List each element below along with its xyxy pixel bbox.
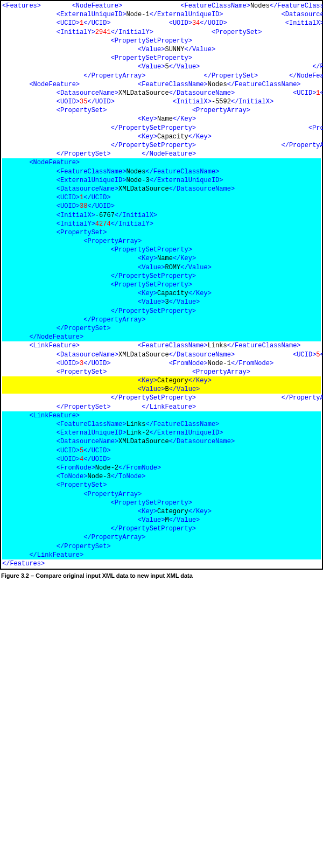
code-line: </PropertyArray>: [200, 142, 323, 149]
code-line: <Key>Name</Key>: [196, 37, 323, 45]
code-line: </Features>: [2, 560, 45, 568]
code-line: <ExternalUniqueID>Node-3</ExternalUnique…: [2, 176, 321, 185]
code-line: </PropertySetProperty>: [203, 63, 323, 71]
code-line: <LinkFeature>: [2, 342, 80, 349]
code-line: </NodeFeature>: [262, 72, 323, 80]
code-line: <LinkFeature>: [2, 411, 321, 420]
code-line: <Key>Category</Key>: [2, 376, 321, 385]
code-line: <DatasourceName>XMLDataSource</Datasourc…: [2, 351, 235, 359]
code-line: </PropertySet>: [2, 324, 321, 333]
code-line: </PropertySet>: [2, 542, 321, 551]
xml-code-block: <Features> <NodeFeature> <FeatureClassNa…: [0, 0, 323, 570]
code-line: <PropertyArray>: [266, 29, 323, 36]
code-line: <UOID>38</UOID>: [2, 202, 321, 211]
code-line: <PropertyArray>: [111, 368, 250, 376]
code-line: </PropertySetProperty>: [2, 524, 321, 533]
code-line: <ToNode>Node-3</ToNode>: [2, 472, 321, 481]
code-line: <InitialY>4128</InitialY>: [277, 98, 323, 106]
code-line: </PropertySetProperty>: [219, 46, 323, 53]
code-line: <UCID>5</UCID>: [2, 446, 321, 455]
code-line: <PropertyArray>: [2, 490, 321, 499]
code-line: <Value>M</Value>: [2, 516, 321, 524]
figure-caption: Figure 3.2 – Compare original input XML …: [0, 570, 323, 582]
code-line: <PropertySet>: [2, 368, 107, 376]
code-line: <ExternalUniqueID>Link-1</ExternalUnique…: [305, 342, 323, 349]
code-line: <InitialX>-5592</InitialX>: [118, 98, 273, 106]
code-line: <ExternalUniqueID>Node-1</ExternalUnique…: [2, 11, 223, 18]
code-line: </PropertyArray>: [2, 533, 321, 542]
code-line: </PropertyArray>: [2, 316, 321, 324]
code-line: </PropertySetProperty>: [2, 124, 196, 132]
code-line: </LinkFeature>: [115, 403, 196, 411]
code-line: <PropertySetProperty>: [2, 281, 321, 289]
code-line: <UOID>3</UOID>: [2, 360, 111, 367]
code-line: <Key>Category</Key>: [2, 507, 321, 516]
code-line: <FeatureClassName>Nodes</FeatureClassNam…: [83, 81, 300, 88]
code-line: </PropertySetProperty>: [2, 272, 321, 281]
code-line: <PropertySetProperty>: [2, 54, 192, 62]
code-line: </PropertySetProperty>: [2, 142, 196, 149]
code-line: </PropertyArray>: [200, 394, 323, 402]
code-line: <Key>Capacity</Key>: [2, 289, 321, 298]
code-line: <DatasourceName>XMLDataSource</Datasourc…: [2, 185, 321, 193]
code-line: <PropertySet>: [2, 228, 321, 237]
code-line: <ExternalUniqueID>Link-2</ExternalUnique…: [2, 429, 321, 437]
code-line: <ToNode>Node-2</ToNode>: [277, 360, 323, 367]
code-line: <PropertySetProperty>: [254, 107, 323, 114]
code-line: </PropertyArray>: [2, 72, 145, 80]
code-line: <UCID>1</UCID>: [2, 193, 321, 202]
code-line: <InitialX>-6767</InitialX>: [2, 211, 321, 220]
code-line: <PropertyArray>: [111, 107, 250, 114]
code-line: </PropertySet>: [150, 72, 258, 80]
code-line: <PropertySetProperty>: [254, 368, 323, 376]
code-line: <PropertyArray>: [2, 237, 321, 246]
code-line: <NodeFeature>: [2, 81, 80, 88]
code-line: <UOID>35</UOID>: [2, 98, 115, 106]
code-line: <Key>Name</Key>: [2, 254, 321, 263]
code-line: <DatasourceName>XMLDataSource</Datasourc…: [2, 89, 235, 97]
code-line: <Value>B</Value>: [2, 385, 321, 394]
code-line: <Value>WALLEE</Value>: [200, 115, 323, 123]
code-line: <PropertySetProperty>: [200, 124, 323, 132]
code-line: <ExternalUniqueID>Node-2</ExternalUnique…: [305, 81, 323, 88]
code-line: <FeatureClassName>Links</FeatureClassNam…: [2, 420, 321, 429]
code-line: <NodeFeature>: [2, 158, 321, 167]
code-line: <FromNode>Node-2</FromNode>: [2, 464, 321, 472]
code-line: <UOID>34</UOID>: [115, 19, 227, 27]
code-line: <DatasourceName>XMLDataSource</Datasourc…: [227, 11, 323, 18]
code-line: <UCID>1</UCID>: [2, 19, 111, 27]
code-line: <Value>SUNNY</Value>: [2, 46, 215, 53]
code-line: <FeatureClassName>Nodes</FeatureClassNam…: [2, 167, 321, 176]
code-line: <PropertySet>: [157, 29, 262, 36]
code-line: <Features>: [2, 2, 41, 10]
code-line: <DatasourceName>XMLDataSource</Datasourc…: [2, 437, 321, 446]
code-line: </PropertySet>: [2, 403, 111, 411]
code-line: <Value>5</Value>: [2, 63, 200, 71]
code-line: <PropertySetProperty>: [2, 499, 321, 507]
code-line: <Value>3</Value>: [2, 298, 321, 306]
code-line: <PropertySetProperty>: [2, 37, 192, 45]
code-line: </PropertySetProperty>: [2, 307, 321, 316]
code-line: </NodeFeature>: [2, 333, 321, 341]
code-line: </NodeFeature>: [115, 150, 196, 158]
code-line: <Key>Name</Key>: [2, 115, 196, 123]
code-line: <Key>Capacity</Key>: [196, 54, 323, 62]
code-line: <InitialX>-5366</InitialX>: [231, 19, 323, 27]
code-line: <InitialY>4274</InitialY>: [2, 220, 321, 228]
code-line: <UCID>5</UCID>: [238, 351, 323, 359]
code-line: </PropertySet>: [2, 150, 111, 158]
code-line: <InitialY>2941</InitialY>: [2, 29, 153, 36]
xml-diff-figure: <Features> <NodeFeature> <FeatureClassNa…: [0, 0, 323, 582]
code-line: <UOID>4</UOID>: [2, 455, 321, 464]
code-line: <UCID>1</UCID>: [238, 89, 323, 97]
code-line: <Value>8</Value>: [215, 133, 323, 141]
code-line: <NodeFeature>: [45, 2, 122, 10]
code-line: <PropertySet>: [2, 107, 107, 114]
code-line: </LinkFeature>: [2, 551, 321, 559]
code-line: <FeatureClassName>Nodes</FeatureClassNam…: [126, 2, 323, 10]
code-line: <FeatureClassName>Links</FeatureClassNam…: [83, 342, 300, 349]
code-line: </PropertySetProperty>: [2, 394, 196, 402]
code-line: <PropertySetProperty>: [2, 246, 321, 254]
code-line: <FromNode>Node-1</FromNode>: [115, 360, 273, 367]
code-line: <Value>ROMY</Value>: [2, 263, 321, 272]
